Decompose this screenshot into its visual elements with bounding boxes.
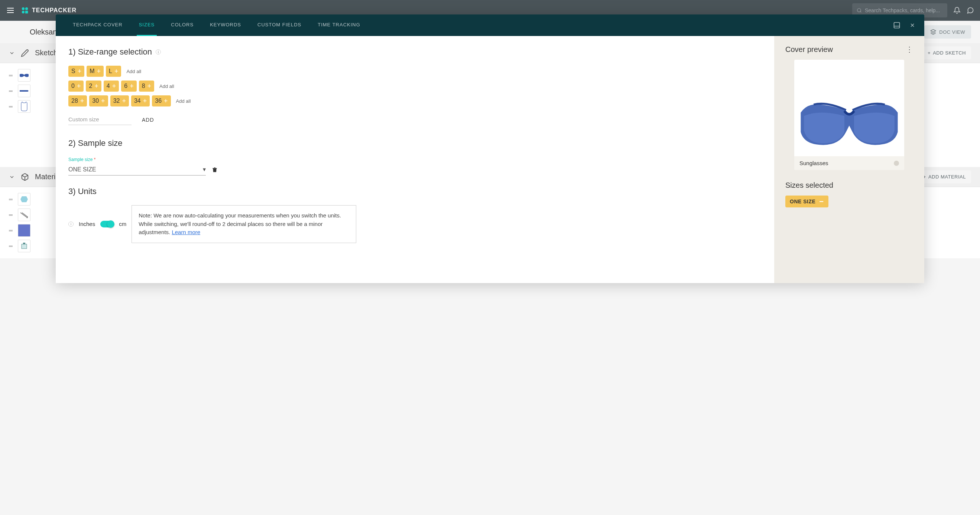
drag-handle-icon[interactable]: ═	[9, 243, 13, 249]
size-chip[interactable]: 34+	[131, 95, 150, 106]
tab-techpack-cover[interactable]: TECHPACK COVER	[71, 14, 125, 36]
selected-size-chip[interactable]: ONE SIZE −	[785, 195, 829, 208]
svg-rect-14	[22, 244, 27, 249]
tab-sizes[interactable]: SIZES	[137, 14, 157, 36]
size-chip[interactable]: 30+	[89, 95, 108, 106]
tab-keywords[interactable]: KEYWORDS	[208, 14, 243, 36]
drag-handle-icon[interactable]: ═	[9, 196, 13, 202]
panel-icon[interactable]	[893, 22, 900, 29]
svg-rect-15	[23, 242, 25, 244]
card-thumb[interactable]	[18, 240, 30, 252]
cm-label: cm	[119, 221, 126, 227]
logo[interactable]: TECHPACKER	[21, 6, 76, 14]
trash-icon[interactable]	[212, 166, 218, 173]
size-chip[interactable]: 28+	[68, 95, 87, 106]
close-icon[interactable]	[909, 22, 915, 28]
inches-label: Inches	[79, 221, 95, 227]
chevron-down-icon[interactable]	[9, 50, 15, 56]
units-toggle[interactable]	[100, 221, 114, 227]
doc-view-button[interactable]: DOC VIEW	[924, 25, 971, 39]
color-swatch[interactable]	[894, 161, 899, 166]
info-icon[interactable]: i	[156, 49, 161, 55]
card-thumb[interactable]	[18, 224, 30, 237]
plus-icon: +	[164, 98, 168, 104]
svg-point-7	[858, 8, 861, 12]
size-chip[interactable]: 6+	[121, 81, 136, 92]
card-thumb[interactable]	[18, 85, 30, 97]
units-row: i Inches cm Note: We are now auto-calcul…	[68, 205, 762, 243]
plus-icon: +	[101, 98, 105, 104]
cube-icon	[21, 173, 29, 181]
plus-icon: +	[148, 83, 151, 89]
sample-size-select[interactable]: ONE SIZE ▾	[68, 164, 206, 176]
header-left: TECHPACKER	[6, 6, 76, 15]
plus-icon: +	[97, 68, 101, 74]
size-chip[interactable]: M+	[87, 66, 103, 77]
tab-list: TECHPACK COVER SIZES COLORS KEYWORDS CUS…	[71, 14, 363, 36]
svg-point-4	[25, 8, 28, 10]
chevron-down-icon[interactable]	[9, 174, 15, 180]
search-icon	[857, 8, 862, 13]
svg-line-8	[861, 11, 861, 13]
search-placeholder: Search Techpacks, cards, help...	[865, 8, 940, 13]
add-material-button[interactable]: + ADD MATERIAL	[918, 170, 971, 183]
svg-rect-16	[894, 23, 900, 28]
learn-more-link[interactable]: Learn more	[172, 229, 200, 235]
menu-icon[interactable]	[6, 6, 15, 15]
preview-header: Cover preview ⋮	[785, 45, 913, 54]
add-sketch-button[interactable]: + ADD SKETCH	[923, 46, 971, 59]
size-chip[interactable]: L+	[106, 66, 121, 77]
add-custom-size-button[interactable]: ADD	[142, 115, 154, 125]
drag-handle-icon[interactable]: ═	[9, 103, 13, 109]
drag-handle-icon[interactable]: ═	[9, 227, 13, 233]
size-chip[interactable]: S+	[68, 66, 84, 77]
custom-size-input[interactable]	[68, 114, 132, 125]
plus-icon: +	[122, 98, 126, 104]
tab-actions	[893, 22, 915, 29]
step1-title: 1) Size-range selection i	[68, 47, 762, 57]
plus-icon: +	[112, 83, 116, 89]
add-all-link[interactable]: Add all	[126, 69, 141, 74]
svg-point-3	[22, 8, 24, 10]
tab-custom-fields[interactable]: CUSTOM FIELDS	[255, 14, 304, 36]
size-chip[interactable]: 0+	[68, 81, 84, 92]
drag-handle-icon[interactable]: ═	[9, 88, 13, 94]
card-thumb[interactable]	[18, 193, 30, 206]
size-chip[interactable]: 4+	[103, 81, 119, 92]
preview-card[interactable]: Sunglasses	[794, 60, 904, 170]
notifications-icon[interactable]	[953, 7, 961, 14]
plus-icon: +	[130, 83, 134, 89]
drag-handle-icon[interactable]: ═	[9, 72, 13, 78]
sizes-selected-title: Sizes selected	[785, 181, 913, 190]
preview-name: Sunglasses	[799, 160, 829, 166]
preview-title: Cover preview	[785, 45, 833, 54]
preview-footer: Sunglasses	[794, 156, 904, 170]
size-chip[interactable]: 2+	[86, 81, 101, 92]
tab-time-tracking[interactable]: TIME TRACKING	[315, 14, 363, 36]
card-thumb[interactable]	[18, 100, 30, 113]
plus-icon: +	[928, 50, 931, 55]
feedback-icon[interactable]	[967, 7, 974, 14]
add-all-link[interactable]: Add all	[159, 84, 174, 89]
kebab-icon[interactable]: ⋮	[906, 45, 913, 54]
minus-icon[interactable]: −	[819, 200, 824, 203]
info-icon[interactable]: i	[68, 222, 73, 227]
plus-icon: +	[77, 83, 81, 89]
custom-size-row: ADD	[68, 114, 762, 125]
section-title: Sketch	[35, 49, 57, 57]
size-chip[interactable]: 36+	[152, 95, 170, 106]
size-row: 28+30+32+34+36+Add all	[68, 95, 762, 106]
card-thumb[interactable]	[18, 209, 30, 221]
size-chip[interactable]: 32+	[110, 95, 129, 106]
dropdown-icon: ▾	[203, 166, 206, 173]
modal-right: Cover preview ⋮ Sunglasses	[774, 36, 924, 258]
svg-marker-9	[931, 29, 936, 32]
add-all-link[interactable]: Add all	[176, 98, 191, 104]
sizes-modal: TECHPACK COVER SIZES COLORS KEYWORDS CUS…	[56, 14, 924, 258]
tab-colors[interactable]: COLORS	[169, 14, 196, 36]
card-thumb[interactable]	[18, 69, 30, 82]
size-chip[interactable]: 8+	[139, 81, 154, 92]
units-note: Note: We are now auto-calculating your m…	[132, 205, 356, 243]
pencil-icon	[21, 49, 29, 57]
drag-handle-icon[interactable]: ═	[9, 212, 13, 218]
